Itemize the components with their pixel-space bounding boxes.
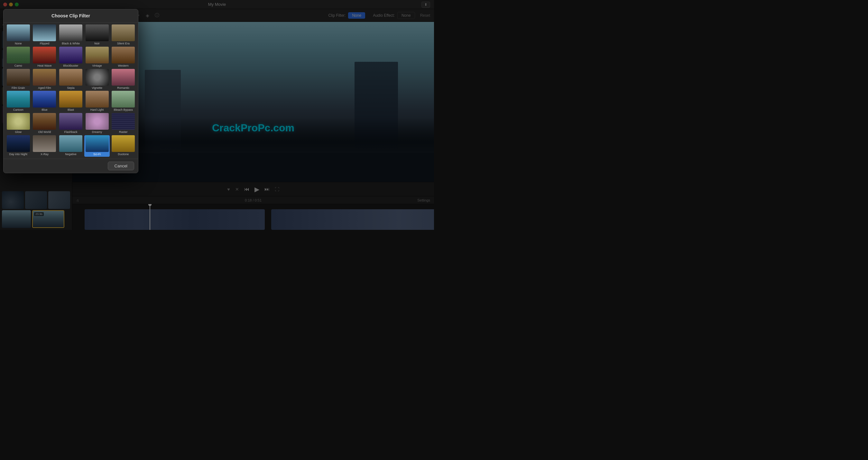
filter-label: Film Grain bbox=[11, 86, 25, 90]
dialog-overlay: Choose Clip Filter None Flipped Black & … bbox=[0, 0, 434, 230]
filter-bleach[interactable]: Bleach Bypass bbox=[110, 91, 136, 112]
filter-daynight[interactable]: Day into Night bbox=[5, 135, 31, 157]
filter-noir[interactable]: Noir bbox=[84, 25, 110, 46]
filter-label: Negative bbox=[65, 152, 76, 156]
filter-label: Blockbuster bbox=[63, 64, 78, 67]
filter-camo[interactable]: Camo bbox=[5, 47, 31, 68]
filter-scifi[interactable]: Sci-Fi bbox=[84, 135, 110, 157]
filter-bw[interactable]: Black & White bbox=[58, 25, 84, 46]
filter-hardlight[interactable]: Hard Light bbox=[84, 91, 110, 112]
filter-label: Blast bbox=[68, 108, 74, 112]
filter-western[interactable]: Western bbox=[110, 47, 136, 68]
filter-heatwave[interactable]: Heat Wave bbox=[32, 47, 58, 68]
filter-filmgrain[interactable]: Film Grain bbox=[5, 69, 31, 90]
filter-label: Raster bbox=[119, 131, 128, 134]
cancel-button[interactable]: Cancel bbox=[108, 162, 134, 170]
filter-label: Silent Era bbox=[117, 42, 130, 46]
filter-oldworld[interactable]: Old World bbox=[32, 113, 58, 135]
filter-dialog-footer: Cancel bbox=[4, 159, 138, 173]
filter-agedfilm[interactable]: Aged Film bbox=[32, 69, 58, 90]
filter-label: Sepia bbox=[67, 86, 74, 90]
filter-dialog-title: Choose Clip Filter bbox=[4, 9, 138, 23]
filter-romantic[interactable]: Romantic bbox=[110, 69, 136, 90]
filter-flipped[interactable]: Flipped bbox=[32, 25, 58, 46]
filter-flashback[interactable]: Flashback bbox=[58, 113, 84, 135]
filter-none[interactable]: None bbox=[5, 25, 31, 46]
filter-label: Heat Wave bbox=[37, 64, 52, 67]
filter-label: Romantic bbox=[117, 86, 129, 90]
filter-vignette[interactable]: Vignette bbox=[84, 69, 110, 90]
filter-label: X-Ray bbox=[40, 152, 49, 156]
filter-blue[interactable]: Blue bbox=[32, 91, 58, 112]
filter-grid: None Flipped Black & White Noir Silent E… bbox=[4, 23, 138, 159]
filter-dreamy[interactable]: Dreamy bbox=[84, 113, 110, 135]
filter-xray[interactable]: X-Ray bbox=[32, 135, 58, 157]
filter-negative[interactable]: Negative bbox=[58, 135, 84, 157]
filter-label: Blue bbox=[41, 108, 47, 112]
filter-label: Camo bbox=[14, 64, 22, 67]
filter-silente[interactable]: Silent Era bbox=[110, 25, 136, 46]
filter-glow[interactable]: Glow bbox=[5, 113, 31, 135]
filter-label: Sci-Fi bbox=[93, 152, 101, 156]
filter-label: Old World bbox=[38, 131, 51, 134]
filter-blockbuster[interactable]: Blockbuster bbox=[58, 47, 84, 68]
filter-label: Day into Night bbox=[9, 152, 28, 156]
filter-sepia[interactable]: Sepia bbox=[58, 69, 84, 90]
filter-label: Black & White bbox=[62, 42, 80, 46]
filter-dialog: Choose Clip Filter None Flipped Black & … bbox=[3, 9, 138, 173]
filter-label: Flashback bbox=[64, 131, 77, 134]
filter-label: Flipped bbox=[40, 42, 50, 46]
filter-label: Vignette bbox=[92, 86, 102, 90]
filter-label: Hard Light bbox=[90, 108, 104, 112]
filter-raster[interactable]: Raster bbox=[110, 113, 136, 135]
filter-cartoon[interactable]: Cartoon bbox=[5, 91, 31, 112]
filter-duotone[interactable]: Duotone bbox=[110, 135, 136, 157]
filter-vintage[interactable]: Vintage bbox=[84, 47, 110, 68]
filter-label: Cartoon bbox=[13, 108, 24, 112]
filter-blast[interactable]: Blast bbox=[58, 91, 84, 112]
filter-label: Glow bbox=[15, 131, 22, 134]
filter-label: Western bbox=[118, 64, 129, 67]
filter-label: Bleach Bypass bbox=[114, 108, 133, 112]
filter-label: Aged Film bbox=[38, 86, 51, 90]
filter-label: None bbox=[15, 42, 22, 46]
filter-label: Noir bbox=[94, 42, 100, 46]
filter-label: Duotone bbox=[118, 152, 129, 156]
filter-label: Dreamy bbox=[92, 131, 102, 134]
filter-label: Vintage bbox=[92, 64, 102, 67]
